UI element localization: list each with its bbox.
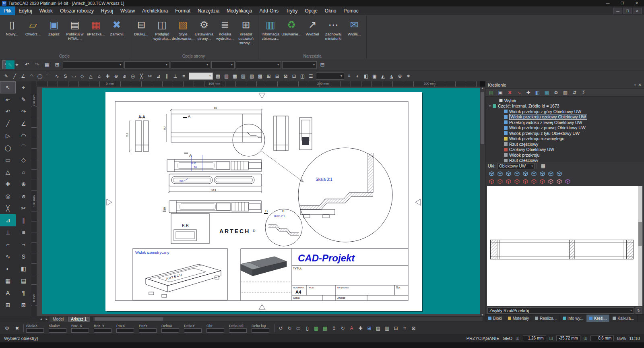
menu-item[interactable]: Edytuj xyxy=(15,6,35,15)
palette-tool-icon[interactable]: ⌀ xyxy=(16,190,31,202)
coord-tool-icon[interactable]: ⌗ xyxy=(401,324,409,332)
coordinate-field-input[interactable] xyxy=(252,328,269,333)
coordinate-field-input[interactable] xyxy=(184,328,202,333)
coord-tool-icon[interactable]: ↻ xyxy=(286,324,293,332)
palette-tool-icon[interactable]: ⌖ xyxy=(16,81,31,93)
coordinate-field-input[interactable] xyxy=(71,328,89,333)
palette-tool-icon[interactable]: ◠ xyxy=(16,130,31,142)
section-cube-icon[interactable] xyxy=(514,179,520,184)
coord-clear-icon[interactable]: ✖ xyxy=(13,324,21,332)
view-cube-icon[interactable] xyxy=(489,171,495,176)
coord-tool-icon[interactable]: ↻ xyxy=(339,324,347,332)
view-cube-icon[interactable] xyxy=(556,171,562,176)
panel-tool-icon[interactable]: ▥ xyxy=(561,89,570,96)
palette-tool-icon[interactable]: ◐ xyxy=(0,263,16,275)
coordinate-field-input[interactable] xyxy=(94,328,111,333)
drawing-tool-icon[interactable]: ◇ xyxy=(78,72,86,80)
coordinate-field-input[interactable] xyxy=(161,328,179,333)
panel-tool-icon[interactable]: ↘ xyxy=(515,89,523,96)
view-cube-icon[interactable] xyxy=(514,171,520,176)
print-icon[interactable]: ⊟ xyxy=(318,60,327,69)
section-cube-icon[interactable] xyxy=(506,179,512,184)
drawing-tool-icon[interactable]: ◮ xyxy=(388,72,395,80)
panel-tab[interactable]: Realiza... xyxy=(532,315,560,322)
palette-tool-icon[interactable]: ⊞ xyxy=(0,299,16,311)
drawing-tool-icon[interactable]: △ xyxy=(87,72,95,80)
section-cube-icon[interactable] xyxy=(556,179,562,184)
section-cube-icon[interactable] xyxy=(565,179,571,184)
geo-label[interactable]: GEO xyxy=(503,336,512,341)
drawing-tool-icon[interactable]: ▣ xyxy=(371,72,378,80)
drawing-tool-icon[interactable]: ╳ xyxy=(138,72,145,80)
view-cube-icon[interactable] xyxy=(497,171,503,176)
menu-item[interactable]: Pomoc xyxy=(340,6,362,15)
tree-item[interactable]: Przekrój widoku z lewej Obiektowy UW xyxy=(485,120,644,125)
tab-arkusz1[interactable]: Arkusz 1 xyxy=(68,317,90,322)
palette-tool-icon[interactable]: A xyxy=(0,287,16,299)
drawing-tool-icon[interactable]: ◠ xyxy=(28,72,35,80)
ribbon-button[interactable]: ↗ Wydziel xyxy=(302,17,323,36)
tree-item[interactable]: Widok przekroju z tyłu Obiektowy UW xyxy=(485,130,644,136)
layout-grid-icon[interactable]: ▦ xyxy=(539,162,547,170)
section-cube-icon[interactable] xyxy=(539,179,545,184)
drawing-tool-icon[interactable]: ╱ xyxy=(11,72,19,80)
ribbon-button[interactable]: ▣ Zapisz xyxy=(43,17,64,36)
palette-tool-icon[interactable]: ▷ xyxy=(0,130,16,142)
ribbon-button[interactable]: ▧ Style drukowania... xyxy=(173,17,194,41)
layer-grid-icon[interactable]: ▦ xyxy=(43,60,52,69)
drawing-tool-icon[interactable]: ⌂ xyxy=(95,72,103,80)
panel-tab[interactable]: Kalkula... xyxy=(610,315,637,322)
palette-tool-icon[interactable]: ✚ xyxy=(0,178,16,190)
view-cube-icon[interactable] xyxy=(506,171,512,176)
panel-tool-icon[interactable]: ⚙ xyxy=(552,89,560,96)
palette-tool-icon[interactable]: ✂ xyxy=(16,202,31,214)
palette-tool-icon[interactable]: ◎ xyxy=(0,190,16,202)
ribbon-button[interactable]: ▤ Publikuj w HTML... xyxy=(64,17,85,41)
palette-tool-icon[interactable]: ╳ xyxy=(0,202,16,214)
coordinate-field-input[interactable] xyxy=(116,328,134,333)
color-dropdown[interactable]: ▾ xyxy=(236,61,281,68)
ribbon-button[interactable]: ▱ Otwórz... xyxy=(23,17,43,36)
tab-scroll-right-icon[interactable]: ► xyxy=(44,317,50,321)
hatch-dropdown[interactable]: ▾ xyxy=(316,72,344,80)
coordinate-field-input[interactable] xyxy=(229,328,247,333)
linetype-dropdown[interactable]: ▾ xyxy=(171,61,210,68)
panel-tab[interactable]: Bloki xyxy=(485,315,505,322)
ribbon-button[interactable]: ⊞ Kreator ustawień strony... xyxy=(235,17,256,45)
ribbon-button[interactable]: ⚙ Ustawienia strony... xyxy=(194,17,215,41)
palette-tool-icon[interactable]: ↷ xyxy=(16,106,31,118)
tree-item[interactable]: Widok przekroju z góry Obiektowy UW xyxy=(485,109,644,114)
coord-settings-icon[interactable]: ⚙ xyxy=(3,324,11,332)
menu-item[interactable]: Obszar roboczy xyxy=(56,6,97,15)
palette-tool-icon[interactable]: △ xyxy=(0,166,16,178)
menu-item[interactable]: Wstaw xyxy=(117,6,138,15)
minimize-button[interactable]: — xyxy=(601,0,615,6)
menu-item[interactable]: Plik xyxy=(0,6,15,15)
menu-item[interactable]: Modyfikacja xyxy=(223,6,256,15)
snap-value-field[interactable]: ▾ xyxy=(189,72,213,80)
coordinate-field-input[interactable] xyxy=(49,328,66,333)
scrollbar-thumb[interactable] xyxy=(638,222,642,246)
position-box[interactable]: -35,72 mm xyxy=(556,336,580,341)
palette-tool-icon[interactable]: ≡ xyxy=(16,226,31,238)
palette-tool-icon[interactable]: ▦ xyxy=(0,275,16,287)
coord-tool-icon[interactable]: ▤ xyxy=(374,324,382,332)
drawing-tool-icon[interactable]: ◫ xyxy=(299,72,306,80)
section-preview[interactable] xyxy=(487,186,642,306)
mdi-restore-button[interactable]: ❐ xyxy=(623,8,632,14)
panel-tool-icon[interactable]: ▤ xyxy=(487,89,495,96)
drawing-tool-icon[interactable]: ✶ xyxy=(405,72,412,80)
drawing-tool-icon[interactable]: ✚ xyxy=(104,72,111,80)
palette-tool-icon[interactable]: ¶ xyxy=(16,287,31,299)
scroll-down-icon[interactable]: ▼ xyxy=(481,313,484,316)
coord-tool-icon[interactable]: ↺ xyxy=(277,324,285,332)
menu-item[interactable]: Add-Ons xyxy=(256,6,282,15)
palette-tool-icon[interactable]: ∿ xyxy=(0,251,16,263)
ribbon-button[interactable]: ✖ Zamknij xyxy=(106,17,127,36)
palette-tool-icon[interactable]: ✎ xyxy=(16,93,31,106)
section-cube-icon[interactable] xyxy=(522,179,528,184)
ribbon-button[interactable]: ⊟ Drukuj... xyxy=(131,17,152,36)
ribbon-button[interactable]: ◫ Podgląd wydruku... xyxy=(152,17,173,41)
coord-tool-icon[interactable]: ▯ xyxy=(303,324,311,332)
palette-tool-icon[interactable]: ⊥ xyxy=(0,226,16,238)
